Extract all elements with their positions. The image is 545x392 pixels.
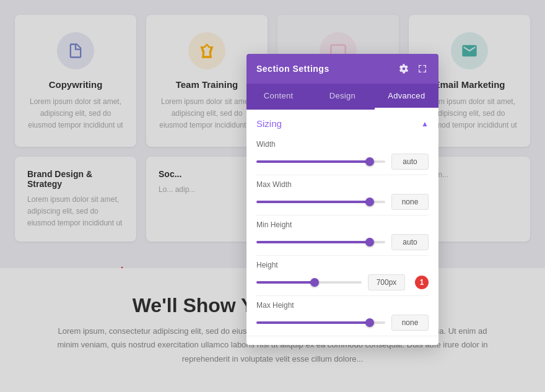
tab-content[interactable]: Content <box>246 84 310 110</box>
tab-design[interactable]: Design <box>310 84 374 110</box>
height-slider-track[interactable] <box>256 281 362 284</box>
height-slider-fill <box>256 281 315 284</box>
width-slider-thumb[interactable] <box>365 157 374 166</box>
min-height-slider-fill <box>256 241 370 243</box>
min-height-label: Min Height <box>256 220 429 229</box>
max-height-slider-thumb[interactable] <box>365 318 374 327</box>
max-height-control: none <box>256 315 429 331</box>
width-slider-track[interactable] <box>256 160 385 163</box>
width-setting: Width auto <box>246 135 438 175</box>
modal-body: Sizing ▲ Width auto Max Width <box>246 110 438 345</box>
height-control: 700px 1 <box>256 274 429 290</box>
max-height-slider-fill <box>256 321 370 324</box>
width-value[interactable]: auto <box>391 154 429 170</box>
max-height-label: Max Height <box>256 301 429 310</box>
min-height-control: auto <box>256 234 429 250</box>
min-height-setting: Min Height auto <box>246 216 438 255</box>
modal-header: Section Settings <box>246 54 438 84</box>
expand-icon[interactable] <box>416 63 429 75</box>
max-width-control: none <box>256 194 429 210</box>
max-width-setting: Max Width none <box>246 175 438 215</box>
min-height-value[interactable]: auto <box>391 234 429 250</box>
max-height-slider-track[interactable] <box>256 321 385 324</box>
max-width-label: Max Width <box>256 180 429 189</box>
max-width-slider-thumb[interactable] <box>365 198 374 206</box>
spacing-section-header[interactable]: Spacing ▼ <box>246 336 438 345</box>
min-height-slider-thumb[interactable] <box>365 238 374 246</box>
height-notification-badge: 1 <box>415 276 429 289</box>
tab-advanced[interactable]: Advanced <box>375 84 438 110</box>
height-slider-thumb[interactable] <box>310 278 319 287</box>
modal-tabs: Content Design Advanced <box>246 84 438 110</box>
settings-icon[interactable] <box>398 63 410 75</box>
max-width-slider-track[interactable] <box>256 201 385 203</box>
max-height-value[interactable]: none <box>391 315 429 331</box>
width-control: auto <box>256 154 429 170</box>
width-label: Width <box>256 140 429 149</box>
max-height-setting: Max Height none <box>246 296 438 336</box>
modal-title: Section Settings <box>256 64 329 74</box>
sizing-toggle-icon: ▲ <box>421 120 429 128</box>
height-setting: Height 700px 1 <box>246 256 438 295</box>
width-slider-fill <box>256 160 370 163</box>
modal-header-icons <box>398 63 429 75</box>
height-label: Height <box>256 261 429 269</box>
section-settings-modal: Section Settings Content Design Advanced… <box>246 54 438 345</box>
height-value[interactable]: 700px <box>368 274 405 290</box>
sizing-title: Sizing <box>256 118 282 129</box>
max-width-slider-fill <box>256 201 370 203</box>
sizing-section-header[interactable]: Sizing ▲ <box>246 110 438 135</box>
min-height-slider-track[interactable] <box>256 241 385 243</box>
max-width-value[interactable]: none <box>391 194 429 210</box>
